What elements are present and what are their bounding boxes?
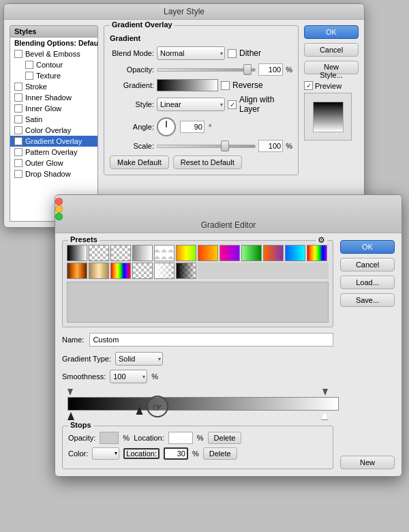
opacity-location-label: Location: [134,434,164,442]
preset-12[interactable] [307,245,327,261]
opacity-stop-right[interactable] [322,389,328,396]
preset-14[interactable] [89,263,109,279]
align-layer-label: Align with Layer [239,95,292,114]
outer-glow-checkbox[interactable] [14,159,22,167]
name-input[interactable] [89,333,333,346]
preset-white-trans[interactable] [89,245,109,261]
color-stop-right[interactable] [321,412,328,420]
preset-6[interactable] [176,245,196,261]
gradient-preview[interactable] [157,79,218,91]
stops-section: Stops Opacity: % Location: % Delete Colo… [62,426,333,469]
style-item-pattern-overlay[interactable]: Pattern Overlay [10,147,97,158]
ge-ok-button[interactable]: OK [340,240,395,254]
scale-slider-track[interactable] [157,145,256,148]
preset-15[interactable] [110,263,131,279]
opacity-slider-thumb[interactable] [243,64,252,75]
preset-18[interactable] [176,263,196,279]
opacity-location-input[interactable] [168,432,193,444]
blend-mode-select[interactable]: Normal [157,46,225,60]
color-swatch-select[interactable]: ▾ [92,447,119,460]
style-item-gradient-overlay[interactable]: Gradient Overlay [10,136,97,147]
smoothness-select[interactable]: 100 [110,370,147,383]
preview-checkbox[interactable] [304,81,313,90]
style-item-texture[interactable]: Texture [10,70,97,81]
pattern-overlay-checkbox[interactable] [14,148,22,156]
gradient-row: Gradient: Reverse [110,79,292,91]
color-delete-button[interactable]: Delete [203,447,237,460]
style-item-drop-shadow[interactable]: Drop Shadow [10,168,97,179]
dither-checkbox[interactable] [228,49,237,58]
opacity-stop-left[interactable] [67,389,73,396]
style-item-blending[interactable]: Blending Options: Default [10,38,97,48]
ok-button[interactable]: OK [304,25,359,39]
style-item-outer-glow[interactable]: Outer Glow [10,158,97,168]
preset-3[interactable] [110,245,131,261]
cancel-button[interactable]: Cancel [304,43,359,57]
ge-save-button[interactable]: Save... [340,293,395,307]
ge-new-button[interactable]: New [340,456,395,469]
inner-shadow-checkbox[interactable] [14,93,22,102]
preset-9[interactable] [241,245,262,261]
color-overlay-checkbox[interactable] [14,126,22,134]
preset-13[interactable] [67,263,87,279]
reverse-checkbox[interactable] [221,81,230,90]
align-layer-checkbox[interactable] [228,100,237,109]
bevel-checkbox[interactable] [14,50,22,58]
opacity-slider-container [157,68,256,72]
preset-black-white[interactable] [67,245,87,261]
name-row: Name: [62,333,333,346]
preset-16[interactable] [132,263,153,279]
gradient-type-select[interactable]: Solid [115,352,163,366]
new-style-button[interactable]: New Style... [304,61,359,74]
inner-glow-checkbox[interactable] [14,104,22,113]
contour-checkbox[interactable] [25,61,33,69]
angle-dial[interactable] [157,117,176,136]
style-item-bevel[interactable]: Bevel & Emboss [10,48,97,59]
style-select[interactable]: Linear [157,98,225,111]
style-item-color-overlay[interactable]: Color Overlay [10,125,97,136]
color-stop-left[interactable] [67,412,74,420]
preset-7[interactable] [198,245,218,261]
gradient-bar[interactable] [67,397,339,411]
minimize-button[interactable] [55,205,63,213]
scale-slider-thumb[interactable] [221,141,229,151]
reset-default-button[interactable]: Reset to Default [173,156,242,169]
style-item-inner-shadow[interactable]: Inner Shadow [10,92,97,103]
preset-4[interactable] [132,245,153,261]
opacity-input[interactable] [258,63,283,76]
style-item-contour[interactable]: Contour [10,59,97,70]
preset-5[interactable] [154,245,175,261]
color-location-input[interactable] [164,447,188,460]
ge-load-button[interactable]: Load... [340,276,395,289]
gradient-overlay-checkbox[interactable] [14,137,22,145]
layer-style-title: Layer Style [164,7,204,16]
ge-cancel-button[interactable]: Cancel [340,258,395,271]
drop-shadow-checkbox[interactable] [14,170,22,178]
style-item-satin[interactable]: Satin [10,114,97,125]
preset-11[interactable] [285,245,305,261]
gradient-type-label: Gradient Type: [62,355,111,363]
opacity-slider-track[interactable] [157,68,256,72]
style-row: Style: Linear ▾ Align with Layer [110,95,292,114]
opacity-delete-button[interactable]: Delete [208,432,242,444]
preset-8[interactable] [219,245,240,261]
scale-input[interactable] [258,140,283,152]
gear-icon[interactable]: ⚙ [316,235,327,245]
satin-checkbox[interactable] [14,115,22,123]
opacity-swatch[interactable] [100,432,119,444]
opacity-location-unit: % [197,434,204,442]
texture-checkbox[interactable] [25,72,33,80]
angle-label: Angle: [110,123,154,131]
preview-inner [313,102,344,132]
style-item-inner-glow[interactable]: Inner Glow [10,103,97,114]
close-button[interactable] [55,198,63,205]
stroke-checkbox[interactable] [14,83,22,91]
blending-label: Blending Options: Default [14,39,98,47]
preset-10[interactable] [263,245,284,261]
maximize-button[interactable] [55,213,63,220]
angle-input[interactable] [180,121,204,133]
style-item-stroke[interactable]: Stroke [10,81,97,92]
preset-17[interactable] [154,263,175,279]
color-stop-active[interactable] [136,407,143,415]
make-default-button[interactable]: Make Default [110,156,169,169]
